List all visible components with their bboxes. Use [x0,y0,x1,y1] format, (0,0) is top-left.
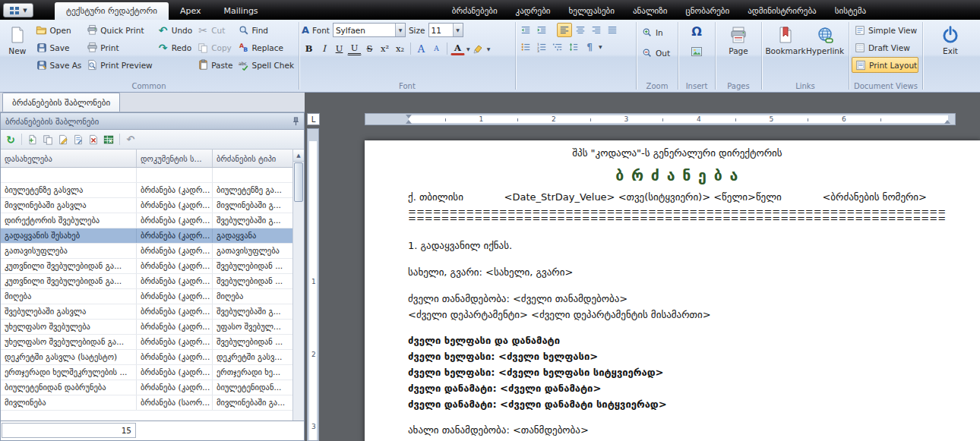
table-row[interactable]: კუთვნილი შვებულებიდან გა...ბრძანება (კად… [1,259,292,274]
doc-paragraph[interactable]: ძველი ხელფასი და დანამატი [408,332,947,348]
paste-button[interactable]: Paste [194,57,235,73]
doc-paragraph[interactable]: ძველი ხელფასი: <ძველი ხელფასი> [408,348,947,364]
numbered-list-button[interactable]: 123 [534,39,549,54]
table-row[interactable]: შვებულებაში გასვლაბრძანება (კადრ...შვებუ… [1,304,292,320]
application-menu-button[interactable]: ▼ [3,3,33,17]
doc-date-placeholder[interactable]: <Date_StrDay_Velue> <თვე(სიტყვიერი)> <წე… [504,191,782,203]
line-spacing-button[interactable] [566,39,581,54]
font-color-button[interactable]: A [450,43,465,55]
chevron-down-icon[interactable]: ▼ [466,46,470,52]
table-row[interactable]: დირექტორის შვებულებაბრძანება (კადრ...შვე… [1,213,292,228]
table-row[interactable]: ერთჯერადი ხელშეკრულების ...ბრძანება (კად… [1,365,292,380]
doc-city[interactable]: ქ. თბილისი [408,191,463,203]
scrollbar-thumb[interactable] [294,162,303,202]
copy-button[interactable]: Copy [194,39,235,55]
table-row[interactable]: კუთვნილი შვებულებიდან გა...ბრძანება (კად… [1,274,292,289]
delete-template-icon[interactable] [87,133,100,146]
doc-separator[interactable]: ========================================… [408,208,947,222]
show-marks-button[interactable]: ¶ [582,39,597,54]
double-underline-button[interactable]: U [347,43,362,55]
undo-button[interactable]: ↶ Undo [155,22,194,38]
hyperlink-button[interactable]: Hyperlink [805,21,845,80]
cut-button[interactable]: ✂ Cut [194,22,235,38]
font-size-combobox[interactable]: 11 ▼ [428,23,463,37]
bold-button[interactable]: B [302,42,316,56]
decrease-indent-button[interactable] [518,23,533,37]
edit-template-icon[interactable] [56,133,70,146]
redo-button[interactable]: ↷ Redo [155,39,194,55]
tab-text-editor[interactable]: ტექსტური რედაქტორი [55,2,169,20]
scroll-up-arrow[interactable]: ▲ [293,150,304,162]
chevron-down-icon[interactable]: ▼ [453,24,463,36]
vertical-ruler[interactable]: 123 [307,128,319,441]
table-row[interactable]: მივლინებაბრძანება (საორ...მივლინებაში გა… [1,395,292,411]
page-button[interactable]: Page [719,21,758,80]
doc-paragraph[interactable]: <ძველი დეპარტამენტი> <ძველი დეპარტამენტი… [408,308,947,322]
align-left-button[interactable] [557,23,572,37]
new-button[interactable]: New [2,21,33,80]
tab-stop-selector[interactable]: L [307,113,320,125]
doc-paragraph[interactable]: ძველი დანამატი: <ძველი დანამატი> [408,380,947,396]
grid-scrollbar[interactable]: ▲ [292,150,304,421]
doc-paragraph[interactable]: ახალი თანამდებობა: <თანმდებობა> [408,424,947,437]
doc-paragraph[interactable]: სახელი, გვარი: <სახელი, გვარი> [408,266,947,279]
table-row[interactable]: გადაყვანის შესახებბრძანება (კადრ...გადაყ… [1,228,292,244]
copy-template-icon[interactable] [41,133,55,146]
horizontal-ruler[interactable]: 123456 [365,113,956,125]
doc-paragraph[interactable]: ძველი დანამატი: <ძველი დანამატი სიტყვიერ… [408,396,947,412]
document-page[interactable]: შპს "კოდალა"-ს გენერალური დირექტორის ბ რ… [365,140,980,441]
zoom-out-button[interactable]: Out [639,45,672,61]
zoom-in-button[interactable]: In [639,24,665,40]
export-xls-icon[interactable]: X [102,133,115,146]
chevron-down-icon[interactable]: ▼ [487,46,491,52]
tab-commands[interactable]: ბრძანებები [443,2,507,20]
chevron-down-icon[interactable]: ▼ [395,24,405,36]
table-row[interactable]: მივლინებაში გასვლაბრძანება (კადრ...მივლი… [1,198,292,213]
replace-button[interactable]: AB Replace [236,39,297,55]
bookmark-button[interactable]: Bookmark [766,21,805,80]
find-button[interactable]: Find [236,22,297,38]
multilevel-list-button[interactable] [550,39,565,54]
column-header-document[interactable]: დოკუმენტის ს... [137,150,213,167]
print-layout-button[interactable]: Print Layout [852,57,918,73]
document-content[interactable]: შპს "კოდალა"-ს გენერალური დირექტორის ბ რ… [365,140,980,437]
chevron-down-icon[interactable]: ▼ [599,44,602,49]
tab-mailings[interactable]: Mailings [213,2,270,20]
doc-paragraph[interactable]: ძველი თანამდებობა: <ძველი თანამდებობა> [408,292,947,306]
print-preview-button[interactable]: Print Preview [84,57,154,73]
tab-salaries[interactable]: ხელფასები [560,2,624,20]
tab-cadres[interactable]: კადრები [507,2,560,20]
table-row[interactable]: დეკრეტში გასვლა (სატესტო)ბრძანება (კადრ.… [1,350,292,365]
save-button[interactable]: Save [33,39,84,55]
hanging-indent-marker[interactable] [406,120,412,124]
right-indent-marker[interactable] [944,120,950,124]
doc-meta-line[interactable]: ქ. თბილისი <Date_StrDay_Velue> <თვე(სიტყ… [408,191,947,203]
doc-paragraph[interactable]: 1. გადაყვანილ იქნას. [408,239,947,253]
tab-system[interactable]: სისტემა [826,2,875,20]
filter-cell[interactable] [137,168,213,182]
justify-button[interactable] [605,23,620,37]
open-button[interactable]: Open [33,22,84,38]
table-row[interactable]: ბიულეტენზე გასვლაბრძანება (კადრ...ბიულეტ… [1,183,292,198]
edit-fields-icon[interactable] [71,133,85,146]
new-template-icon[interactable] [26,133,40,146]
grow-font-button[interactable]: A [414,42,428,56]
simple-view-button[interactable]: Simple View [852,22,918,38]
underline-button[interactable]: U [332,42,346,56]
print-button[interactable]: Print [84,39,154,55]
draft-view-button[interactable]: Draft View [852,39,918,55]
insert-picture-button[interactable] [688,43,705,59]
table-row[interactable]: მიღებაბრძანება (კადრ...მიღება [1,289,292,304]
subscript-button[interactable]: x₂ [393,42,407,56]
tab-analysis[interactable]: ანალიზი [624,2,677,20]
table-row[interactable]: უხელფასო შვებულებაბრძანება (კადრ...უფასო… [1,320,292,335]
save-as-button[interactable]: Save As [33,57,84,73]
undo-icon[interactable]: ↶ [124,133,138,146]
doc-title[interactable]: ბ რ ძ ა ნ ე ბ ა [408,167,947,184]
table-row[interactable]: უხელფასო შვებულებიდან გა...ბრძანება (კად… [1,335,292,350]
column-header-name[interactable]: დასახელება [1,150,137,167]
shrink-font-button[interactable]: A [429,42,444,56]
tab-command-templates[interactable]: ბრძანებების შაბლონები [2,93,120,112]
column-header-type[interactable]: ბრძანების ტიპი [213,150,293,167]
font-name-combobox[interactable]: Sylfaen ▼ [333,23,406,37]
